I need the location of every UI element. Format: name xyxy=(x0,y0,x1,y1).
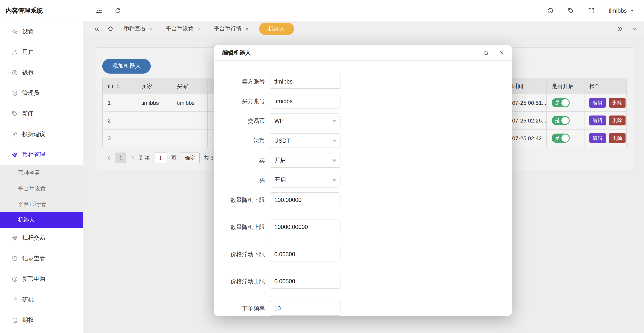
sidebar-item-label: 用户 xyxy=(22,49,34,56)
delete-button[interactable]: 删除 xyxy=(609,98,626,108)
sort-icon[interactable] xyxy=(116,83,120,90)
edit-button[interactable]: 编辑 xyxy=(590,133,606,143)
tab-platform-coin-settings[interactable]: 平台币设置 xyxy=(164,25,204,33)
price-upper-input[interactable] xyxy=(270,274,340,288)
cell-id: 3 xyxy=(102,129,136,147)
fullscreen-icon[interactable] xyxy=(588,8,594,14)
cell-buyer xyxy=(172,112,208,129)
chevron-down-icon xyxy=(332,120,336,123)
enabled-toggle[interactable]: 是 xyxy=(552,98,570,107)
sidebar-item-admins[interactable]: 管理员 xyxy=(0,83,83,104)
sidebar-item-users[interactable]: 用户 xyxy=(0,42,83,63)
tab-platform-coin-market[interactable]: 平台币行情 xyxy=(211,25,252,33)
header-left-tools xyxy=(83,8,547,14)
page-next-icon[interactable] xyxy=(130,155,135,160)
sidebar-item-options[interactable]: 期权 xyxy=(0,310,83,330)
field-label: 价格浮动上限 xyxy=(229,274,265,285)
cell-enabled: 是 xyxy=(546,112,584,129)
user-menu[interactable]: timibbs xyxy=(608,8,635,14)
field-label: 交易币 xyxy=(229,114,265,125)
form-row-fiat: 法币 USDT xyxy=(229,133,502,148)
sidebar-item-miner[interactable]: 矿机 xyxy=(0,289,83,310)
field-label: 卖 xyxy=(229,153,265,164)
sidebar-subitem-coin-view[interactable]: 币种查看 xyxy=(0,165,83,181)
sidebar-subitem-platform-coin-market[interactable]: 平台币行情 xyxy=(0,196,83,212)
sidebar-item-label: 币种管理 xyxy=(22,151,45,159)
seller-account-input[interactable] xyxy=(270,74,340,89)
modal-header: 编辑机器人 xyxy=(214,45,512,61)
user-name: timibbs xyxy=(608,8,627,14)
table-header-time: 时间 xyxy=(507,79,546,94)
sidebar-item-records[interactable]: 记录查看 xyxy=(0,248,83,269)
delete-button[interactable]: 删除 xyxy=(609,116,626,126)
tag-icon xyxy=(12,111,18,117)
cell-time: 07-25 00:51... xyxy=(507,94,546,112)
cell-buyer: timibbs xyxy=(172,94,208,112)
enabled-toggle[interactable]: 是 xyxy=(552,134,570,143)
qty-lower-input[interactable] xyxy=(270,192,340,207)
field-label: 数量随机上限 xyxy=(229,219,265,231)
buy-switch-select[interactable]: 开启 xyxy=(270,173,340,187)
sidebar-item-leverage[interactable]: 杠杆交易 xyxy=(0,228,83,248)
tabs-scroll-right-icon[interactable] xyxy=(617,26,624,32)
minimize-icon[interactable] xyxy=(469,50,474,56)
field-label: 卖方账号 xyxy=(229,74,265,86)
shield-check-icon xyxy=(12,90,18,97)
theme-icon[interactable] xyxy=(547,8,554,14)
tag-icon[interactable] xyxy=(568,8,574,14)
edit-button[interactable]: 编辑 xyxy=(590,116,606,126)
price-lower-input[interactable] xyxy=(270,247,340,261)
close-icon[interactable] xyxy=(197,27,202,31)
sidebar-item-coin-management[interactable]: 币种管理 xyxy=(0,145,83,165)
delete-button[interactable]: 删除 xyxy=(609,133,626,143)
sidebar-item-suggestions[interactable]: 投拆建议 xyxy=(0,124,83,145)
fiat-select[interactable]: USDT xyxy=(270,133,340,148)
tabs-scroll-left-icon[interactable] xyxy=(93,26,100,32)
tab-coin-view[interactable]: 币种查看 xyxy=(121,25,156,33)
close-icon[interactable] xyxy=(149,27,154,31)
close-icon[interactable] xyxy=(499,50,504,56)
modal-body: 卖方账号 买方账号 交易币 WP 法币 USDT xyxy=(214,61,512,316)
buyer-account-input[interactable] xyxy=(270,94,340,109)
modal-title: 编辑机器人 xyxy=(222,49,459,57)
qty-upper-input[interactable] xyxy=(270,219,340,234)
sidebar-item-news[interactable]: 新闻 xyxy=(0,104,83,124)
sidebar-subitem-platform-coin-settings[interactable]: 平台币设置 xyxy=(0,181,83,196)
form-row-buyer-account: 买方账号 xyxy=(229,94,502,109)
tab-robot[interactable]: 机器人 xyxy=(259,23,294,35)
add-robot-button[interactable]: 添加机器人 xyxy=(102,59,151,74)
order-frequency-input[interactable] xyxy=(270,301,340,316)
tab-label: 币种查看 xyxy=(124,25,146,33)
field-label: 下单频率 xyxy=(229,301,265,312)
sidebar-subitem-robot[interactable]: 机器人 xyxy=(0,212,83,228)
caret-down-icon xyxy=(630,8,635,14)
sell-switch-select[interactable]: 开启 xyxy=(270,153,340,168)
sidebar-item-settings[interactable]: 设置 xyxy=(0,22,83,42)
enabled-toggle[interactable]: 是 xyxy=(552,116,570,125)
trade-coin-select[interactable]: WP xyxy=(270,114,340,128)
current-page[interactable]: 1 xyxy=(115,153,126,163)
field-label: 价格浮动下限 xyxy=(229,247,265,258)
gear-icon xyxy=(12,28,18,35)
home-icon[interactable] xyxy=(107,26,114,32)
form-row-qty-upper: 数量随机上限 xyxy=(229,219,502,242)
select-value: USDT xyxy=(274,137,290,144)
gem-icon xyxy=(12,152,18,158)
tabs-menu-chevron-icon[interactable] xyxy=(631,26,637,32)
sidebar-item-new-coin-subscribe[interactable]: 新币申购 xyxy=(0,269,83,289)
top-header: 内容管理系统 timibbs xyxy=(0,0,644,22)
select-value: WP xyxy=(274,118,284,124)
form-row-trade-coin: 交易币 WP xyxy=(229,114,502,128)
sidebar-item-wallet[interactable]: 钱包 xyxy=(0,63,83,83)
sidebar-item-label: 期权 xyxy=(22,316,34,324)
close-icon[interactable] xyxy=(245,27,249,31)
refresh-icon[interactable] xyxy=(114,8,121,14)
sidebar-item-label: 设置 xyxy=(22,28,34,36)
user-icon xyxy=(12,49,18,55)
goto-page-input[interactable] xyxy=(154,153,167,163)
menu-fold-icon[interactable] xyxy=(96,8,102,14)
goto-confirm-button[interactable]: 确定 xyxy=(181,153,200,163)
maximize-icon[interactable] xyxy=(484,50,489,56)
page-prev-icon[interactable] xyxy=(106,155,111,160)
edit-button[interactable]: 编辑 xyxy=(590,98,606,108)
